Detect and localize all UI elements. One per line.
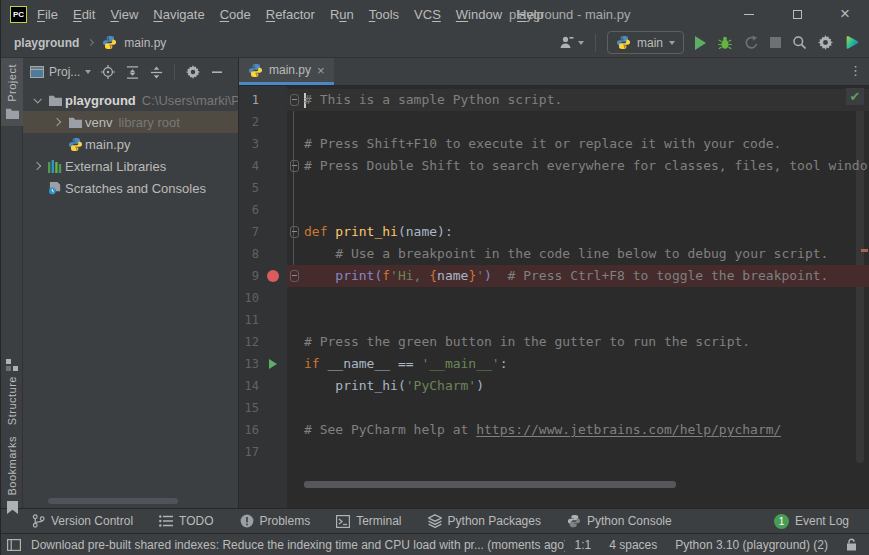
status-message[interactable]: Download pre-built shared indexes: Reduc… (31, 538, 565, 552)
menu-run[interactable]: Run (330, 7, 354, 22)
tool-window-button-label: Version Control (51, 514, 133, 528)
collapse-all-icon[interactable] (150, 66, 163, 79)
fold-marker-icon[interactable] (287, 155, 301, 177)
tool-window-button-label: Python Packages (448, 514, 541, 528)
code-line-11[interactable]: 11 (239, 309, 869, 331)
interpreter-selector[interactable]: Python 3.10 (playground) (2) (675, 538, 828, 552)
code-line-13[interactable]: 13if __name__ == '__main__': (239, 353, 869, 375)
event-log-button[interactable]: 1Event Log (774, 514, 849, 529)
tree-item-venv[interactable]: venvlibrary root (23, 111, 238, 133)
code-text: def print_hi(name): (301, 221, 453, 243)
code-line-16[interactable]: 16# See PyCharm help at https://www.jetb… (239, 419, 869, 441)
expand-all-icon[interactable] (126, 66, 139, 79)
tool-window-button-label: Problems (260, 514, 311, 528)
menu-edit[interactable]: Edit (73, 7, 95, 22)
breadcrumb-project[interactable]: playground (14, 36, 79, 50)
hide-icon[interactable] (211, 66, 223, 78)
settings-icon[interactable] (186, 65, 200, 79)
toolbar-divider (174, 64, 175, 80)
fold-marker-icon[interactable] (287, 89, 301, 111)
run-config-selector[interactable]: main (607, 31, 684, 54)
code-line-1[interactable]: 1# This is a sample Python script. (239, 89, 869, 111)
code-line-10[interactable]: 10 (239, 287, 869, 309)
project-panel-hscrollbar[interactable] (48, 498, 178, 504)
tool-window-toggle-icon[interactable] (7, 539, 21, 551)
tool-stripe-bookmarks-button[interactable]: Bookmarks (1, 430, 23, 520)
code-line-9[interactable]: 9 print(f'Hi, {name}') # Press Ctrl+F8 t… (239, 265, 869, 287)
tree-item-suffix: library root (118, 115, 179, 130)
fold-marker-icon[interactable] (287, 265, 301, 287)
chevron-right-icon[interactable] (49, 119, 65, 125)
tool-window-button-terminal[interactable]: Terminal (336, 514, 401, 528)
event-count-badge: 1 (774, 514, 789, 529)
close-button[interactable]: × (821, 0, 869, 28)
inspections-ok-icon[interactable]: ✔ (846, 88, 864, 105)
maximize-button[interactable] (773, 0, 821, 28)
tool-window-button-todo[interactable]: TODO (159, 514, 213, 528)
jetbrains-gradient-icon[interactable] (844, 34, 861, 51)
user-profile-button[interactable] (559, 35, 584, 50)
tool-window-button-problems[interactable]: Problems (240, 514, 311, 528)
menu-navigate[interactable]: Navigate (153, 7, 204, 22)
toolbar-divider (595, 34, 596, 52)
tab-close-icon[interactable]: × (317, 64, 325, 77)
run-with-coverage-button[interactable] (744, 35, 759, 50)
lock-icon[interactable] (846, 538, 857, 551)
line-content (287, 177, 869, 199)
code-line-2[interactable]: 2 (239, 111, 869, 133)
tree-item-main-py[interactable]: main.py (23, 133, 238, 155)
line-content: # This is a sample Python script. (287, 89, 869, 111)
tool-window-button-version-control[interactable]: Version Control (32, 514, 133, 528)
menu-code[interactable]: Code (220, 7, 251, 22)
git-branch-icon (32, 514, 45, 528)
project-view-selector[interactable]: Proj... (30, 65, 91, 79)
tool-window-button-python-console[interactable]: Python Console (567, 514, 672, 528)
code-line-3[interactable]: 3# Press Shift+F10 to execute it or repl… (239, 133, 869, 155)
tool-window-button-python-packages[interactable]: Python Packages (428, 514, 541, 528)
code-line-4[interactable]: 4# Press Double Shift to search everywhe… (239, 155, 869, 177)
code-line-12[interactable]: 12# Press the green button in the gutter… (239, 331, 869, 353)
tab-options-icon[interactable]: ⋮ (849, 58, 862, 83)
code-line-8[interactable]: 8 # Use a breakpoint in the code line be… (239, 243, 869, 265)
tab-main-py[interactable]: main.py × (239, 58, 334, 85)
tool-stripe-structure-button[interactable]: Structure (1, 353, 23, 431)
tree-item-external-libraries[interactable]: External Libraries (23, 155, 238, 177)
debug-button[interactable] (717, 35, 733, 51)
title-bar: PC FileEditViewNavigateCodeRefactorRunTo… (1, 0, 869, 28)
menu-refactor[interactable]: Refactor (266, 7, 315, 22)
tree-item-playground[interactable]: playgroundC:\Users\marki\Pych (23, 89, 238, 111)
menu-file[interactable]: File (37, 7, 58, 22)
menu-vcs[interactable]: VCS (414, 7, 441, 22)
code-line-17[interactable]: 17 (239, 441, 869, 463)
caret-position[interactable]: 1:1 (575, 538, 592, 552)
code-editor[interactable]: 1# This is a sample Python script.23# Pr… (239, 86, 869, 508)
fold-marker-icon[interactable] (287, 221, 301, 243)
menu-view[interactable]: View (110, 7, 138, 22)
chevron-right-icon[interactable] (29, 163, 45, 169)
indent-setting[interactable]: 4 spaces (609, 538, 657, 552)
line-content (287, 309, 869, 331)
code-line-5[interactable]: 5 (239, 177, 869, 199)
fold-column (287, 111, 301, 133)
menu-window[interactable]: Window (456, 7, 502, 22)
breadcrumb-file[interactable]: main.py (124, 36, 166, 50)
menu-tools[interactable]: Tools (369, 7, 399, 22)
run-gutter-icon[interactable] (259, 353, 287, 375)
search-everywhere-button[interactable] (792, 35, 807, 50)
editor-hscrollbar[interactable] (304, 481, 676, 488)
tree-item-scratches-and-consoles[interactable]: Scratches and Consoles (23, 177, 238, 199)
gutter-spacer (259, 441, 287, 463)
breakpoint-icon[interactable] (259, 265, 287, 287)
settings-gear-button[interactable] (818, 35, 833, 50)
chevron-down-icon[interactable] (29, 97, 45, 103)
minimize-button[interactable] (725, 0, 773, 28)
code-line-15[interactable]: 15 (239, 397, 869, 419)
stop-button[interactable] (770, 37, 781, 48)
code-line-6[interactable]: 6 (239, 199, 869, 221)
tool-stripe-project-button[interactable]: Project (1, 58, 23, 126)
locate-icon[interactable] (101, 65, 115, 79)
code-line-14[interactable]: 14 print_hi('PyCharm') (239, 375, 869, 397)
project-panel: Proj... playgroundC:\Users\marki\Pychven… (23, 58, 239, 508)
run-button[interactable] (695, 36, 706, 50)
code-line-7[interactable]: 7def print_hi(name): (239, 221, 869, 243)
